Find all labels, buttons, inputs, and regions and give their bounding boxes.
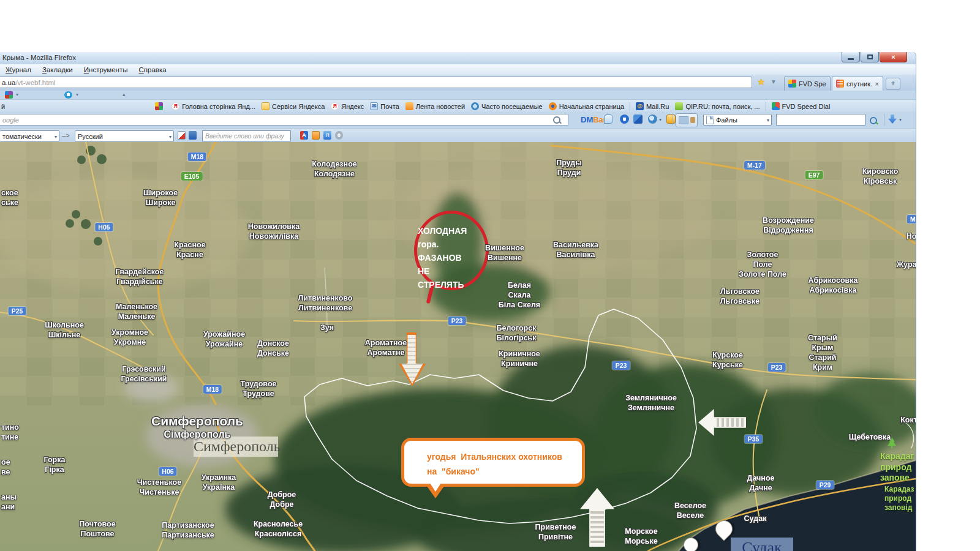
menu-item[interactable]: Журнал bbox=[0, 66, 37, 73]
town-label: ЧистенькоеЧистеньке bbox=[137, 478, 181, 497]
bookmark-label: Сервіси Яндекса bbox=[272, 103, 325, 110]
town-label: УкраинкаУкраїнка bbox=[202, 473, 236, 492]
town-label: Щебетовка bbox=[849, 432, 891, 442]
minimize-button[interactable] bbox=[842, 52, 860, 62]
url-dropdown-icon[interactable]: ▼ bbox=[771, 78, 777, 85]
close-button[interactable]: × bbox=[880, 52, 907, 62]
visual-bookmarks-icon[interactable] bbox=[5, 91, 13, 99]
files-select-label: Файлы bbox=[716, 116, 737, 124]
translate-to-select[interactable]: Русский ▾ bbox=[75, 130, 174, 142]
bookmark-item[interactable]: ЯЯндекс bbox=[331, 102, 364, 110]
road-badge: М- bbox=[907, 215, 916, 223]
bookmark-item[interactable] bbox=[155, 102, 165, 110]
new-tab-button[interactable]: + bbox=[886, 78, 900, 90]
bookmark-item[interactable]: Сервіси Яндекса bbox=[262, 102, 325, 110]
bookmark-item[interactable]: Начальная страница bbox=[549, 102, 624, 110]
download-icon[interactable] bbox=[888, 114, 897, 124]
url-host: a.ua bbox=[2, 79, 15, 86]
bookmark-item[interactable]: ЯГоловна сторінка Янд... bbox=[172, 102, 255, 110]
town-label: ГвардейскоеГвардійське bbox=[116, 267, 164, 287]
pages-icon[interactable] bbox=[633, 114, 643, 124]
chevron-down-icon[interactable]: ▾ bbox=[899, 117, 902, 122]
translate-word-input[interactable] bbox=[202, 130, 291, 141]
town-label: КолодезноеКолодязне bbox=[312, 159, 356, 179]
title-bar[interactable]: Крыма - Mozilla Firefox × bbox=[0, 52, 916, 65]
translate-from-label: томатически bbox=[2, 133, 42, 140]
preview-button[interactable] bbox=[676, 113, 698, 127]
town-label: КурскоеКурське bbox=[712, 350, 743, 370]
chevron-down-icon[interactable]: ▾ bbox=[76, 92, 78, 97]
road-badge: Р23 bbox=[448, 317, 466, 325]
town-label: ДачноеДачне bbox=[747, 473, 775, 493]
bookmark-item[interactable]: FVD Speed Dial bbox=[772, 102, 831, 110]
chevron-down-icon[interactable]: ▾ bbox=[659, 117, 662, 122]
bookmark-cut-label[interactable]: й bbox=[1, 103, 5, 110]
menu-item[interactable]: Справка bbox=[133, 66, 172, 73]
qip-icon bbox=[675, 102, 683, 110]
maximize-button[interactable] bbox=[861, 52, 879, 62]
translate-toolbar: томатически ▾ --> Русский ▾ А Я bbox=[0, 128, 916, 143]
dmbar-search-icon[interactable] bbox=[870, 117, 877, 124]
white-left-arrow bbox=[698, 409, 746, 436]
bookmark-label: Часто посещаемые bbox=[481, 103, 543, 110]
window-title: Крыма - Mozilla Firefox bbox=[2, 54, 76, 61]
chat-bubble-icon[interactable] bbox=[604, 114, 613, 124]
menu-item[interactable]: Закладки bbox=[37, 66, 78, 73]
translate-page-icon[interactable] bbox=[178, 131, 186, 140]
clipboard-icon[interactable] bbox=[312, 131, 320, 140]
town-label: ГоркаГірка bbox=[44, 455, 66, 474]
town-label-fragment: тинотине bbox=[1, 422, 19, 442]
globe-icon[interactable] bbox=[648, 114, 657, 124]
town-label: ШирокоеШироке bbox=[143, 188, 178, 208]
bookmark-item[interactable]: @Mail.Ru bbox=[636, 102, 669, 110]
road-badge: Р25 bbox=[9, 307, 26, 315]
town-label-fragment: аныани bbox=[1, 492, 17, 512]
tab-label: FVD Speed ... bbox=[799, 80, 826, 88]
yandex-icon: Я bbox=[172, 102, 179, 110]
gift-icon[interactable] bbox=[666, 114, 676, 124]
tab-close-icon[interactable]: × bbox=[875, 80, 879, 88]
google-search-input[interactable] bbox=[0, 114, 568, 126]
road-badge: М-17 bbox=[744, 161, 765, 170]
town-label: БелогорскБілогірськ bbox=[496, 323, 536, 343]
dmbar-search-input[interactable] bbox=[776, 114, 865, 126]
translate-from-select[interactable]: томатически ▾ bbox=[0, 130, 59, 142]
search-icon[interactable] bbox=[553, 116, 560, 124]
collapse-toolbar-icon[interactable]: ▴ bbox=[123, 91, 126, 97]
road-badge: Н05 bbox=[95, 223, 113, 231]
town-label: ВеселоеВеселе bbox=[674, 501, 706, 520]
site-favicon bbox=[836, 80, 844, 88]
addon-round-icon[interactable] bbox=[64, 91, 72, 99]
bookmarks-separator bbox=[630, 102, 630, 111]
frequent-icon bbox=[471, 102, 479, 110]
close-icon: × bbox=[891, 53, 895, 61]
window-controls: × bbox=[841, 52, 907, 62]
map-canvas[interactable]: ХОЛОДНАЯгора.ФАЗАНОВНЕСТРЕЛЯТЬ угодья Ит… bbox=[0, 142, 916, 551]
tab-fvd-speed-dial[interactable]: FVD Speed ... bbox=[784, 76, 831, 91]
menu-item[interactable]: Инструменты bbox=[78, 66, 134, 73]
bookmark-item[interactable]: ✉Почта bbox=[370, 102, 399, 110]
map-pin[interactable] bbox=[680, 534, 701, 551]
bookmark-star-icon[interactable]: ★ bbox=[757, 77, 765, 88]
chevron-down-icon[interactable]: ▾ bbox=[16, 92, 18, 97]
nature-reserve-label: Карадагприродзапове bbox=[880, 451, 914, 484]
red-callout-text: ХОЛОДНАЯгора.ФАЗАНОВНЕСТРЕЛЯТЬ bbox=[418, 224, 467, 291]
bookmark-item[interactable]: Часто посещаемые bbox=[471, 102, 543, 110]
url-bar[interactable]: a.ua/vt-webf.html bbox=[0, 77, 752, 88]
menu-bar-items: ЖурналЗакладкиИнструментыСправка bbox=[0, 66, 172, 73]
dictionary-icon[interactable] bbox=[189, 131, 197, 140]
bookmark-label: Mail.Ru bbox=[646, 103, 669, 110]
road-badge: Р23 bbox=[768, 363, 786, 372]
bookmark-item[interactable]: Лента новостей bbox=[405, 102, 465, 110]
sync-icon[interactable] bbox=[620, 114, 629, 124]
bookmark-item[interactable]: QIP.RU: почта, поиск, ... bbox=[675, 102, 760, 110]
town-label: УкромноеУкромне bbox=[111, 328, 148, 347]
tab-sputnik-active[interactable]: спутник... × bbox=[832, 76, 883, 91]
road-badge: М18 bbox=[203, 385, 222, 394]
files-select[interactable]: Файлы ▾ bbox=[703, 114, 772, 126]
menu-bar: ЖурналЗакладкиИнструментыСправка bbox=[0, 64, 916, 75]
refresh-icon[interactable] bbox=[335, 131, 343, 140]
translate-word-icon[interactable]: А bbox=[300, 131, 308, 140]
vocabulary-icon[interactable]: Я bbox=[323, 131, 331, 140]
town-label: ЗемляничноеЗемляничне bbox=[625, 393, 677, 413]
